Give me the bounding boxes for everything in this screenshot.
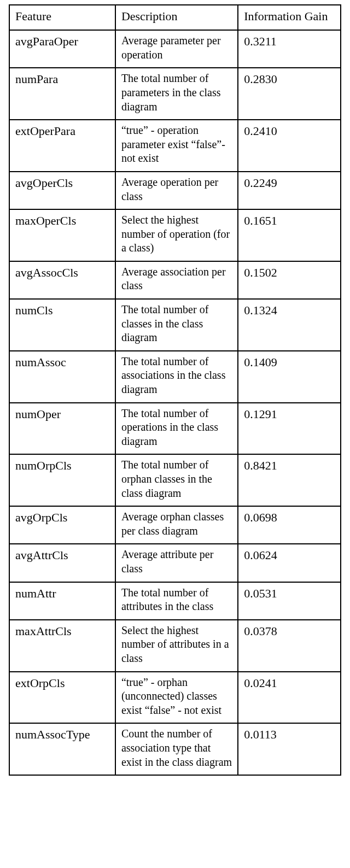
cell-gain: 0.0698 xyxy=(238,506,341,544)
cell-feature: extOrpCls xyxy=(9,672,115,724)
cell-description: Average attribute per class xyxy=(115,544,238,582)
cell-gain: 0.1324 xyxy=(238,299,341,351)
cell-description: Average orphan classes per class diagram xyxy=(115,506,238,544)
table-body: avgParaOperAverage parameter per operati… xyxy=(9,30,341,775)
table-row: numOrpClsThe total number of orphan clas… xyxy=(9,454,341,506)
cell-description: Average parameter per operation xyxy=(115,30,238,68)
cell-feature: numPara xyxy=(9,68,115,120)
cell-gain: 0.3211 xyxy=(238,30,341,68)
table-row: avgAssocClsAverage association per class… xyxy=(9,261,341,299)
header-description: Description xyxy=(115,5,238,30)
cell-gain: 0.1651 xyxy=(238,209,341,261)
cell-feature: numOrpCls xyxy=(9,454,115,506)
cell-description: The total number of parameters in the cl… xyxy=(115,68,238,120)
cell-feature: numCls xyxy=(9,299,115,351)
cell-gain: 0.1409 xyxy=(238,351,341,403)
cell-description: Average operation per class xyxy=(115,172,238,209)
cell-feature: maxOperCls xyxy=(9,209,115,261)
cell-gain: 0.0378 xyxy=(238,620,341,672)
cell-description: “true” - orphan (unconnected) classes ex… xyxy=(115,672,238,724)
cell-description: The total number of associations in the … xyxy=(115,351,238,403)
table-row: numClsThe total number of classes in the… xyxy=(9,299,341,351)
cell-feature: numAssoc xyxy=(9,351,115,403)
cell-description: The total number of attributes in the cl… xyxy=(115,582,238,620)
table-row: numAttrThe total number of attributes in… xyxy=(9,582,341,620)
cell-feature: numAssocType xyxy=(9,723,115,775)
cell-feature: extOperPara xyxy=(9,120,115,172)
header-gain: Information Gain xyxy=(238,5,341,30)
table-row: maxAttrClsSelect the highest number of a… xyxy=(9,620,341,672)
cell-gain: 0.1502 xyxy=(238,261,341,299)
table-row: avgOrpClsAverage orphan classes per clas… xyxy=(9,506,341,544)
cell-feature: maxAttrCls xyxy=(9,620,115,672)
cell-description: Select the highest number of operation (… xyxy=(115,209,238,261)
features-table: Feature Description Information Gain avg… xyxy=(9,4,341,776)
cell-gain: 0.1291 xyxy=(238,403,341,455)
cell-gain: 0.2249 xyxy=(238,172,341,209)
cell-gain: 0.0241 xyxy=(238,672,341,724)
cell-gain: 0.0531 xyxy=(238,582,341,620)
header-feature: Feature xyxy=(9,5,115,30)
table-header-row: Feature Description Information Gain xyxy=(9,5,341,30)
cell-feature: avgAttrCls xyxy=(9,544,115,582)
table-row: maxOperClsSelect the highest number of o… xyxy=(9,209,341,261)
cell-description: The total number of operations in the cl… xyxy=(115,403,238,455)
table-row: numAssocThe total number of associations… xyxy=(9,351,341,403)
cell-feature: avgOrpCls xyxy=(9,506,115,544)
cell-feature: avgOperCls xyxy=(9,172,115,209)
cell-feature: avgAssocCls xyxy=(9,261,115,299)
cell-description: “true” - operation parameter exist “fals… xyxy=(115,120,238,172)
cell-description: Count the number of association type tha… xyxy=(115,723,238,775)
cell-feature: numAttr xyxy=(9,582,115,620)
table-row: numOperThe total number of operations in… xyxy=(9,403,341,455)
cell-description: Average association per class xyxy=(115,261,238,299)
table-row: numAssocTypeCount the number of associat… xyxy=(9,723,341,775)
cell-gain: 0.2830 xyxy=(238,68,341,120)
table-row: avgAttrClsAverage attribute per class0.0… xyxy=(9,544,341,582)
cell-gain: 0.8421 xyxy=(238,454,341,506)
cell-description: The total number of orphan classes in th… xyxy=(115,454,238,506)
table-row: extOrpCls“true” - orphan (unconnected) c… xyxy=(9,672,341,724)
cell-feature: avgParaOper xyxy=(9,30,115,68)
cell-feature: numOper xyxy=(9,403,115,455)
cell-description: Select the highest number of attributes … xyxy=(115,620,238,672)
table-row: extOperPara“true” - operation parameter … xyxy=(9,120,341,172)
cell-description: The total number of classes in the class… xyxy=(115,299,238,351)
cell-gain: 0.0113 xyxy=(238,723,341,775)
table-row: avgOperClsAverage operation per class0.2… xyxy=(9,172,341,209)
cell-gain: 0.2410 xyxy=(238,120,341,172)
cell-gain: 0.0624 xyxy=(238,544,341,582)
table-row: avgParaOperAverage parameter per operati… xyxy=(9,30,341,68)
table-row: numParaThe total number of parameters in… xyxy=(9,68,341,120)
